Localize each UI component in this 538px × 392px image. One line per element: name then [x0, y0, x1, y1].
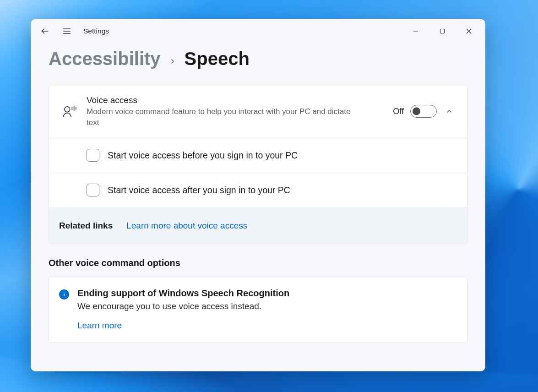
breadcrumb-current: Speech: [185, 49, 250, 69]
minimize-button[interactable]: [402, 22, 429, 40]
voice-access-row[interactable]: Voice access Modern voice command featur…: [49, 85, 467, 138]
option-after-signin-checkbox[interactable]: [87, 184, 99, 196]
voice-access-icon: [59, 101, 79, 121]
settings-window: Settings Accessibility Speech: [31, 19, 485, 371]
voice-access-description: Modern voice command feature to help you…: [87, 106, 352, 129]
banner-body: We encourage you to use voice access ins…: [77, 301, 289, 311]
option-before-signin-checkbox[interactable]: [87, 149, 99, 162]
content-area[interactable]: Accessibility Speech Voice a: [31, 43, 485, 371]
learn-more-voice-access-link[interactable]: Learn more about voice access: [126, 221, 247, 231]
nav-menu-button[interactable]: [56, 20, 78, 42]
speech-recognition-banner: Ending support of Windows Speech Recogni…: [49, 277, 467, 343]
breadcrumb: Accessibility Speech: [49, 49, 467, 69]
option-before-signin-label: Start voice access before you sign in to…: [108, 150, 298, 161]
titlebar: Settings: [31, 19, 485, 43]
chevron-up-icon: [446, 108, 453, 115]
back-button[interactable]: [34, 20, 56, 42]
banner-title: Ending support of Windows Speech Recogni…: [77, 288, 289, 299]
toggle-thumb: [413, 108, 420, 115]
voice-access-card: Voice access Modern voice command featur…: [49, 85, 467, 244]
maximize-button[interactable]: [429, 22, 456, 40]
svg-point-12: [64, 293, 65, 294]
close-button[interactable]: [456, 22, 482, 40]
other-voice-options-heading: Other voice command options: [49, 258, 467, 268]
app-title: Settings: [83, 27, 109, 35]
arrow-left-icon: [40, 27, 49, 36]
related-links-label: Related links: [59, 221, 113, 231]
minimize-icon: [413, 28, 418, 34]
option-after-signin-label: Start voice access after you sign in to …: [108, 185, 290, 196]
svg-rect-5: [440, 29, 445, 33]
related-links-row: Related links Learn more about voice acc…: [49, 207, 467, 244]
breadcrumb-parent[interactable]: Accessibility: [49, 49, 161, 69]
option-after-signin-row[interactable]: Start voice access after you sign in to …: [49, 173, 467, 207]
info-icon: [59, 289, 69, 299]
close-icon: [466, 28, 472, 34]
voice-access-toggle-state: Off: [393, 107, 404, 116]
maximize-icon: [440, 28, 445, 34]
hamburger-icon: [62, 27, 71, 36]
voice-access-toggle[interactable]: [410, 105, 437, 118]
expand-collapse-button[interactable]: [441, 103, 457, 119]
svg-point-8: [65, 107, 70, 112]
option-before-signin-row[interactable]: Start voice access before you sign in to…: [49, 138, 467, 173]
chevron-right-icon: [169, 55, 176, 68]
svg-rect-13: [64, 294, 65, 296]
window-controls: [402, 22, 482, 40]
voice-access-title: Voice access: [87, 94, 386, 106]
banner-learn-more-link[interactable]: Learn more: [77, 321, 122, 330]
